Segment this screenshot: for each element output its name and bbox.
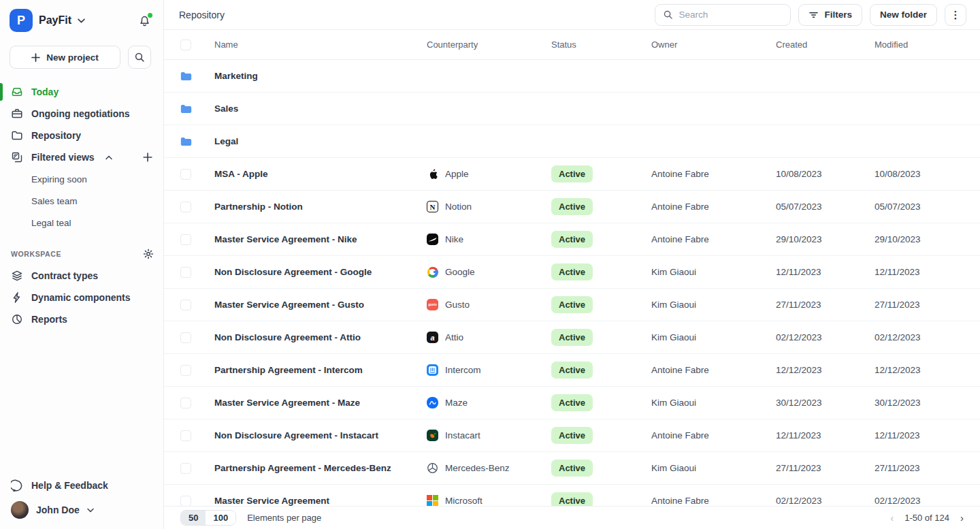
owner-cell: Antoine Fabre bbox=[651, 365, 776, 375]
document-name: Partnership Agreement - Mercedes-Benz bbox=[198, 463, 427, 473]
page-size-label: Elements per page bbox=[247, 513, 321, 523]
counterparty-cell: Google bbox=[427, 266, 551, 278]
new-folder-button[interactable]: New folder bbox=[870, 4, 937, 26]
search-input[interactable] bbox=[679, 10, 783, 20]
user-menu[interactable]: John Doe bbox=[11, 499, 152, 521]
owner-cell: Kim Giaoui bbox=[651, 267, 776, 277]
row-checkbox[interactable] bbox=[180, 267, 191, 278]
modified-cell: 12/12/2023 bbox=[875, 365, 966, 375]
table-row[interactable]: MSA - Apple Apple Active Antoine Fabre 1… bbox=[164, 158, 980, 191]
counterparty-cell: Apple bbox=[427, 168, 551, 180]
sidebar-item-sales-team[interactable]: Sales team bbox=[0, 190, 163, 212]
select-all-checkbox[interactable] bbox=[180, 39, 191, 50]
folder-name: Marketing bbox=[198, 71, 427, 81]
owner-cell: Kim Giaoui bbox=[651, 332, 776, 342]
document-name: MSA - Apple bbox=[198, 169, 427, 179]
notifications-bell-icon[interactable] bbox=[138, 14, 151, 27]
table-row[interactable]: Partnership Agreement - Mercedes-Benz Me… bbox=[164, 452, 980, 485]
header-created[interactable]: Created bbox=[776, 39, 875, 50]
row-checkbox[interactable] bbox=[180, 202, 191, 212]
pagination-range: 1-50 of 124 bbox=[904, 513, 949, 523]
status-badge: Active bbox=[551, 263, 593, 280]
document-name: Master Service Agreement bbox=[198, 496, 427, 506]
page-size-100[interactable]: 100 bbox=[206, 511, 235, 525]
user-avatar bbox=[11, 501, 29, 519]
status-badge: Active bbox=[551, 296, 593, 313]
table-row[interactable]: Non Disclosure Agreement - Attio aAttio … bbox=[164, 321, 980, 354]
owner-cell: Kim Giaoui bbox=[651, 398, 776, 408]
row-checkbox[interactable] bbox=[180, 430, 191, 441]
header-status[interactable]: Status bbox=[551, 39, 651, 50]
row-checkbox[interactable] bbox=[180, 169, 191, 180]
workspace-chevron-down-icon[interactable] bbox=[78, 18, 85, 23]
owner-cell: Antoine Fabre bbox=[651, 202, 776, 212]
gear-icon[interactable] bbox=[143, 249, 154, 259]
new-project-button[interactable]: New project bbox=[10, 46, 120, 69]
row-checkbox[interactable] bbox=[180, 332, 191, 343]
sidebar-item-contract-types[interactable]: Contract types bbox=[0, 265, 163, 287]
row-checkbox[interactable] bbox=[180, 398, 191, 408]
topbar: Repository Filters New folder ⋮ bbox=[164, 0, 980, 30]
header-name[interactable]: Name bbox=[198, 39, 427, 50]
status-cell: Active bbox=[551, 427, 651, 444]
header-counterparty[interactable]: Counterparty bbox=[427, 39, 551, 50]
folder-row[interactable]: Marketing bbox=[164, 60, 980, 93]
more-options-button[interactable]: ⋮ bbox=[945, 4, 966, 26]
row-checkbox[interactable] bbox=[180, 300, 191, 310]
row-checkbox[interactable] bbox=[180, 463, 191, 474]
table-row[interactable]: Partnership Agreement - Intercom Interco… bbox=[164, 354, 980, 387]
status-badge: Active bbox=[551, 231, 593, 248]
header-modified[interactable]: Modified bbox=[875, 39, 966, 50]
row-checkbox[interactable] bbox=[180, 496, 191, 507]
modified-cell: 27/11/2023 bbox=[875, 300, 966, 310]
status-cell: Active bbox=[551, 198, 651, 215]
status-badge: Active bbox=[551, 362, 593, 379]
next-page-icon[interactable]: › bbox=[960, 513, 964, 523]
folder-row[interactable]: Legal bbox=[164, 125, 980, 158]
status-cell: Active bbox=[551, 362, 651, 379]
created-cell: 12/11/2023 bbox=[776, 430, 875, 440]
filters-button[interactable]: Filters bbox=[798, 4, 862, 26]
row-checkbox[interactable] bbox=[180, 234, 191, 245]
layers-icon bbox=[11, 270, 23, 282]
row-checkbox[interactable] bbox=[180, 365, 191, 376]
sidebar-item-legal-teal[interactable]: Legal teal bbox=[0, 212, 163, 234]
sidebar-item-dynamic-components[interactable]: Dynamic components bbox=[0, 287, 163, 308]
sidebar: P PayFit New project Today bbox=[0, 0, 164, 529]
table-row[interactable]: Partnership - Notion NNotion Active Anto… bbox=[164, 191, 980, 223]
owner-cell: Antoine Fabre bbox=[651, 169, 776, 179]
document-name: Non Disclosure Agreement - Google bbox=[198, 267, 427, 277]
modified-cell: 30/12/2023 bbox=[875, 398, 966, 408]
created-cell: 05/07/2023 bbox=[776, 202, 875, 212]
folder-icon bbox=[180, 103, 192, 114]
sidebar-item-today[interactable]: Today bbox=[0, 81, 163, 103]
table-row[interactable]: Non Disclosure Agreement - Google Google… bbox=[164, 256, 980, 289]
table-header: Name Counterparty Status Owner Created M… bbox=[164, 30, 980, 60]
owner-cell: Antoine Fabre bbox=[651, 496, 776, 506]
folder-row[interactable]: Sales bbox=[164, 93, 980, 125]
page-size-50[interactable]: 50 bbox=[181, 511, 206, 525]
sidebar-item-repository[interactable]: Repository bbox=[0, 125, 163, 146]
workspace-section-label: WORKSPACE bbox=[11, 250, 61, 258]
counterparty-cell: Microsoft bbox=[427, 495, 551, 507]
attio-logo-icon: a bbox=[427, 332, 438, 343]
search-field[interactable] bbox=[655, 4, 791, 26]
status-cell: Active bbox=[551, 263, 651, 280]
folder-name: Sales bbox=[198, 103, 427, 114]
add-filtered-view-button[interactable] bbox=[143, 153, 152, 162]
modified-cell: 10/08/2023 bbox=[875, 169, 966, 179]
help-feedback-button[interactable]: Help & Feedback bbox=[11, 475, 152, 496]
table-row[interactable]: Master Service Agreement - Nike Nike Act… bbox=[164, 223, 980, 256]
table-row[interactable]: Non Disclosure Agreement - Instacart Ins… bbox=[164, 419, 980, 452]
table-row[interactable]: Master Service Agreement - Gusto gustoGu… bbox=[164, 289, 980, 321]
sidebar-item-expiring-soon[interactable]: Expiring soon bbox=[0, 168, 163, 190]
owner-cell: Kim Giaoui bbox=[651, 463, 776, 473]
previous-page-icon[interactable]: ‹ bbox=[890, 513, 894, 523]
sidebar-search-button[interactable] bbox=[128, 46, 151, 69]
header-owner[interactable]: Owner bbox=[651, 39, 776, 50]
sidebar-item-filtered-views[interactable]: Filtered views bbox=[0, 146, 163, 168]
folder-outline-icon bbox=[11, 129, 23, 142]
sidebar-item-ongoing-negotiations[interactable]: Ongoing negotiations bbox=[0, 103, 163, 125]
table-row[interactable]: Master Service Agreement - Maze Maze Act… bbox=[164, 387, 980, 419]
sidebar-item-reports[interactable]: Reports bbox=[0, 308, 163, 330]
